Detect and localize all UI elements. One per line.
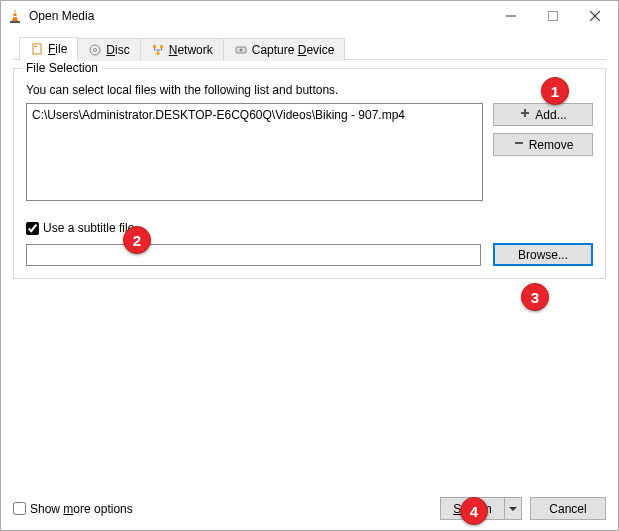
browse-button[interactable]: Browse... <box>493 243 593 266</box>
callout-badge-2: 2 <box>123 226 151 254</box>
remove-label: Remove <box>529 138 574 152</box>
network-icon <box>151 43 165 57</box>
svg-point-16 <box>239 49 242 52</box>
disc-icon <box>88 43 102 57</box>
minimize-button[interactable] <box>490 2 532 30</box>
play-dropdown-button[interactable] <box>504 497 522 520</box>
maximize-button[interactable] <box>532 2 574 30</box>
dialog-footer: Show more options Stream Cancel <box>13 497 606 520</box>
svg-rect-5 <box>549 12 558 21</box>
window-title: Open Media <box>29 9 490 23</box>
more-options-label: Show more options <box>30 502 133 516</box>
tab-file[interactable]: File <box>19 37 78 61</box>
group-title: File Selection <box>22 61 102 75</box>
callout-badge-4: 4 <box>460 497 488 525</box>
callout-badge-1: 1 <box>541 77 569 105</box>
svg-rect-8 <box>33 44 41 54</box>
tab-capture[interactable]: Capture Device <box>223 38 346 61</box>
cancel-button[interactable]: Cancel <box>530 497 606 520</box>
add-label: Add... <box>535 108 566 122</box>
plus-icon <box>519 107 531 122</box>
svg-marker-20 <box>509 507 517 511</box>
tab-disc-label: Disc <box>106 43 129 57</box>
callout-badge-3: 3 <box>521 283 549 311</box>
tab-disc[interactable]: Disc <box>77 38 140 61</box>
file-list-item[interactable]: C:\Users\Administrator.DESKTOP-E6CQ60Q\V… <box>32 107 477 123</box>
svg-rect-14 <box>156 52 159 55</box>
svg-rect-9 <box>34 46 37 47</box>
svg-rect-2 <box>12 16 17 17</box>
vlc-cone-icon <box>7 8 23 24</box>
remove-button[interactable]: Remove <box>493 133 593 156</box>
close-button[interactable] <box>574 2 616 30</box>
chevron-down-icon <box>509 502 517 516</box>
svg-marker-0 <box>12 9 18 21</box>
titlebar: Open Media <box>1 1 618 31</box>
svg-rect-3 <box>10 21 20 23</box>
window-controls <box>490 2 616 30</box>
tab-network-label: Network <box>169 43 213 57</box>
minus-icon <box>513 137 525 152</box>
subtitle-checkbox-label: Use a subtitle file <box>43 221 134 235</box>
tab-content: File Selection You can select local file… <box>13 68 606 279</box>
browse-label: Browse... <box>518 248 568 262</box>
tab-file-label: File <box>48 42 67 56</box>
file-icon <box>30 42 44 56</box>
tab-capture-label: Capture Device <box>252 43 335 57</box>
add-button[interactable]: Add... <box>493 103 593 126</box>
capture-icon <box>234 43 248 57</box>
subtitle-checkbox[interactable] <box>26 222 39 235</box>
cancel-label: Cancel <box>549 502 586 516</box>
help-text: You can select local files with the foll… <box>26 83 593 97</box>
svg-rect-12 <box>153 45 156 48</box>
svg-point-11 <box>94 49 97 52</box>
tab-strip: File Disc Network Capture Device <box>13 37 606 60</box>
svg-rect-13 <box>160 45 163 48</box>
tab-network[interactable]: Network <box>140 38 224 61</box>
file-list[interactable]: C:\Users\Administrator.DESKTOP-E6CQ60Q\V… <box>26 103 483 201</box>
more-options-checkbox[interactable] <box>13 502 26 515</box>
svg-rect-1 <box>13 12 17 13</box>
subtitle-path-input[interactable] <box>26 244 481 266</box>
file-selection-group: File Selection You can select local file… <box>13 68 606 279</box>
